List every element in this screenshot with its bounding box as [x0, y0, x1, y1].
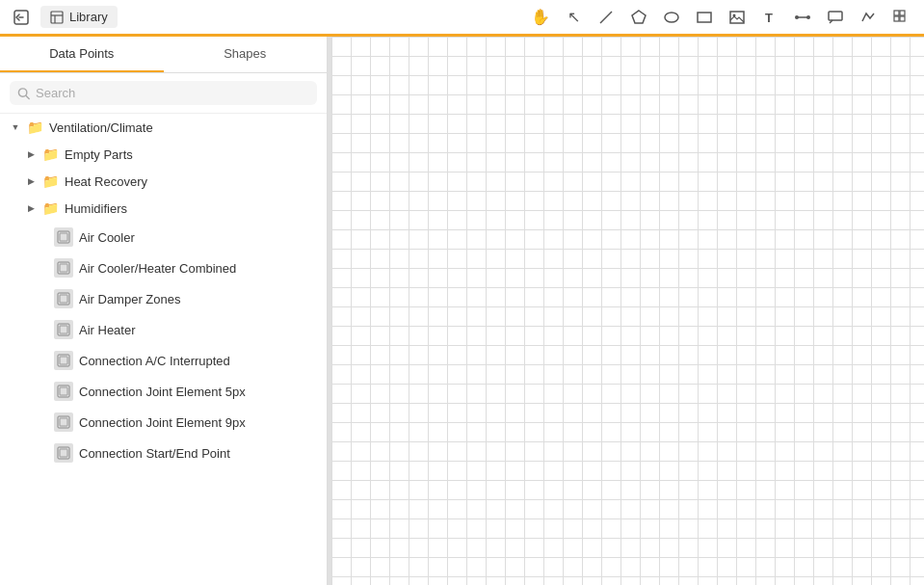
- tree-container[interactable]: ▼ 📁 Ventilation/Climate ▶ 📁 Empty Parts …: [0, 114, 327, 585]
- tree-item-label: Connection Start/End Point: [79, 446, 230, 461]
- tree-item-label: Connection Joint Element 5px: [79, 385, 246, 399]
- svg-point-12: [795, 15, 799, 19]
- component-icon: [54, 258, 73, 278]
- component-icon: [54, 412, 73, 432]
- tree-item-label: Ventilation/Climate: [49, 120, 153, 135]
- tree-item-humidifiers[interactable]: ▶ 📁 Humidifiers: [0, 195, 327, 222]
- multiline-tool[interactable]: [853, 2, 884, 33]
- tree-item-label: Humidifiers: [65, 201, 127, 216]
- tree-item-air-damper-zones[interactable]: Air Damper Zones: [0, 283, 327, 314]
- tree-item-heat-recovery[interactable]: ▶ 📁 Heat Recovery: [0, 168, 327, 195]
- svg-rect-28: [60, 326, 67, 333]
- svg-rect-22: [60, 233, 67, 241]
- back-button[interactable]: [8, 4, 35, 31]
- svg-rect-36: [60, 449, 67, 457]
- folder-icon: 📁: [42, 146, 59, 162]
- tab-shapes[interactable]: Shapes: [164, 37, 328, 72]
- component-icon: [54, 320, 73, 339]
- search-container: [0, 73, 327, 114]
- component-icon: [54, 382, 73, 401]
- component-icon: [54, 443, 73, 463]
- svg-line-4: [600, 12, 612, 23]
- tree-item-label: Air Cooler/Heater Combined: [79, 261, 236, 276]
- tree-item-label: Connection Joint Element 9px: [79, 415, 246, 430]
- tree-item-label: Heat Recovery: [65, 174, 147, 189]
- svg-rect-32: [60, 387, 67, 395]
- polygon-tool[interactable]: [623, 2, 654, 33]
- folder-icon: 📁: [42, 173, 59, 189]
- text-tool[interactable]: T: [754, 2, 785, 33]
- svg-text:T: T: [765, 11, 773, 25]
- rectangle-tool[interactable]: [689, 2, 720, 33]
- svg-rect-15: [894, 11, 899, 15]
- library-tab[interactable]: Library: [40, 6, 118, 28]
- svg-rect-34: [60, 418, 67, 426]
- search-input-wrap: [10, 81, 317, 105]
- tree-item-air-cooler-heater[interactable]: Air Cooler/Heater Combined: [0, 253, 327, 283]
- tabs: Data Points Shapes: [0, 37, 327, 73]
- grid-tool[interactable]: [885, 2, 916, 33]
- svg-rect-24: [60, 264, 67, 272]
- library-label: Library: [69, 10, 108, 24]
- top-bar: Library ✋ ↖ T: [0, 0, 924, 37]
- select-tool[interactable]: ↖: [558, 2, 589, 33]
- svg-rect-30: [60, 357, 67, 364]
- expand-arrow: ▶: [23, 146, 39, 162]
- svg-rect-18: [900, 16, 905, 21]
- callout-tool[interactable]: [820, 2, 851, 33]
- svg-rect-14: [829, 12, 842, 20]
- tree-item-label: Air Heater: [79, 323, 136, 337]
- line-tool[interactable]: [591, 2, 621, 33]
- connector-tool[interactable]: [787, 2, 818, 33]
- expand-arrow: ▶: [23, 200, 39, 216]
- svg-rect-17: [894, 16, 899, 21]
- svg-line-20: [26, 95, 29, 98]
- component-icon: [54, 227, 73, 247]
- svg-rect-16: [900, 11, 905, 15]
- svg-rect-26: [60, 295, 67, 303]
- tab-data-points[interactable]: Data Points: [0, 37, 164, 72]
- tree-item-connection-joint-9px[interactable]: Connection Joint Element 9px: [0, 407, 327, 438]
- svg-rect-1: [51, 12, 63, 23]
- component-icon: [54, 289, 73, 308]
- tree-item-label: Empty Parts: [65, 147, 133, 162]
- pan-tool[interactable]: ✋: [525, 2, 556, 33]
- search-input[interactable]: [36, 86, 309, 100]
- ellipse-tool[interactable]: [656, 2, 687, 33]
- tree-item-empty-parts[interactable]: ▶ 📁 Empty Parts: [0, 141, 327, 168]
- svg-marker-5: [632, 11, 646, 23]
- tree-item-connection-ac[interactable]: Connection A/C Interrupted: [0, 345, 327, 376]
- tree-item-air-cooler[interactable]: Air Cooler: [0, 222, 327, 253]
- svg-point-6: [665, 13, 678, 22]
- tree-item-label: Connection A/C Interrupted: [79, 354, 230, 368]
- toolbar: ✋ ↖ T: [525, 2, 916, 33]
- tree-item-label: Air Cooler: [79, 230, 135, 245]
- main-layout: Data Points Shapes ▼ 📁 Ventilation/C: [0, 37, 924, 585]
- search-icon: [17, 87, 30, 100]
- component-icon: [54, 351, 73, 370]
- image-tool[interactable]: [722, 2, 752, 33]
- tree-item-connection-joint-5px[interactable]: Connection Joint Element 5px: [0, 376, 327, 407]
- svg-rect-7: [698, 13, 711, 22]
- tree-item-ventilation-climate[interactable]: ▼ 📁 Ventilation/Climate: [0, 114, 327, 141]
- tree-item-label: Air Damper Zones: [79, 292, 180, 306]
- folder-icon: 📁: [27, 120, 43, 135]
- canvas-area[interactable]: [331, 37, 924, 585]
- svg-rect-8: [730, 12, 744, 23]
- svg-point-13: [806, 15, 810, 19]
- tree-item-air-heater[interactable]: Air Heater: [0, 314, 327, 345]
- expand-arrow: ▶: [23, 173, 39, 189]
- sidebar: Data Points Shapes ▼ 📁 Ventilation/C: [0, 37, 328, 585]
- top-bar-left: Library: [8, 4, 118, 31]
- expand-arrow: ▼: [8, 120, 23, 135]
- folder-icon: 📁: [42, 200, 59, 216]
- tree-item-connection-start-end[interactable]: Connection Start/End Point: [0, 438, 327, 468]
